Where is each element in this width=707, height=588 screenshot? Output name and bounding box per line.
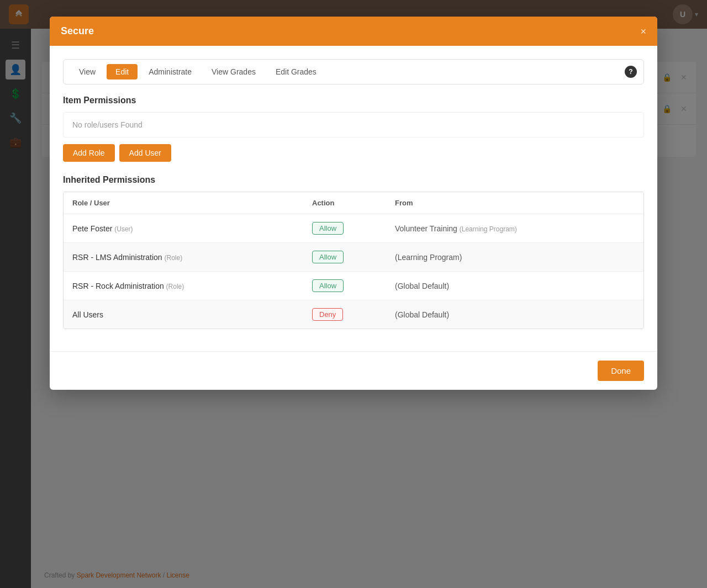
done-button[interactable]: Done	[598, 361, 644, 381]
role-name: Pete Foster (User)	[72, 224, 312, 233]
role-type: (Role)	[166, 283, 184, 290]
role-type: (User)	[114, 225, 133, 233]
role-name: All Users	[72, 310, 312, 319]
from-text: (Global Default)	[395, 310, 635, 319]
tab-view-grades[interactable]: View Grades	[203, 64, 265, 80]
add-role-button[interactable]: Add Role	[63, 144, 115, 162]
tab-edit-grades[interactable]: Edit Grades	[267, 64, 325, 80]
tab-administrate[interactable]: Administrate	[140, 64, 201, 80]
tab-edit[interactable]: Edit	[107, 64, 138, 80]
modal-footer: Done	[50, 351, 657, 390]
inherited-permissions-title: Inherited Permissions	[63, 175, 644, 185]
allow-badge: Allow	[312, 279, 344, 292]
no-roles-message: No role/users Found	[63, 112, 644, 137]
permissions-row-rock-admin: RSR - Rock Administration (Role) Allow (…	[64, 272, 643, 300]
action-badge-lms: Allow	[312, 251, 395, 263]
modal-overlay: Secure × View Edit Administrate View Gra…	[0, 0, 707, 588]
modal-title: Secure	[61, 25, 94, 37]
from-suffix: (Learning Program)	[460, 225, 517, 233]
item-permissions-title: Item Permissions	[63, 96, 644, 105]
deny-badge: Deny	[312, 308, 343, 321]
add-user-button[interactable]: Add User	[119, 144, 171, 162]
role-name: RSR - LMS Administration (Role)	[72, 253, 312, 262]
modal-header: Secure ×	[50, 17, 657, 46]
modal-body: View Edit Administrate View Grades Edit …	[50, 46, 657, 351]
action-badge-all-users: Deny	[312, 308, 395, 321]
help-icon[interactable]: ?	[625, 66, 637, 78]
permissions-row-all-users: All Users Deny (Global Default)	[64, 300, 643, 329]
permissions-row-pete-foster: Pete Foster (User) Allow Volunteer Train…	[64, 214, 643, 243]
col-from: From	[395, 199, 635, 207]
modal-close-button[interactable]: ×	[640, 27, 646, 36]
col-action: Action	[312, 199, 395, 207]
tabs-container: View Edit Administrate View Grades Edit …	[63, 59, 644, 84]
role-name: RSR - Rock Administration (Role)	[72, 282, 312, 290]
role-type: (Role)	[165, 254, 183, 262]
permissions-row-lms-admin: RSR - LMS Administration (Role) Allow (L…	[64, 243, 643, 272]
permission-buttons: Add Role Add User	[63, 144, 644, 162]
action-badge-pete: Allow	[312, 222, 395, 235]
action-badge-rock: Allow	[312, 279, 395, 292]
from-text: (Learning Program)	[395, 253, 635, 262]
from-text: Volunteer Training (Learning Program)	[395, 224, 635, 233]
permissions-table-header: Role / User Action From	[64, 192, 643, 214]
allow-badge: Allow	[312, 251, 344, 263]
tab-view[interactable]: View	[70, 64, 104, 80]
permissions-table: Role / User Action From Pete Foster (Use…	[63, 192, 644, 329]
from-text: (Global Default)	[395, 282, 635, 290]
col-role-user: Role / User	[72, 199, 312, 207]
secure-modal: Secure × View Edit Administrate View Gra…	[50, 17, 657, 390]
allow-badge: Allow	[312, 222, 344, 235]
